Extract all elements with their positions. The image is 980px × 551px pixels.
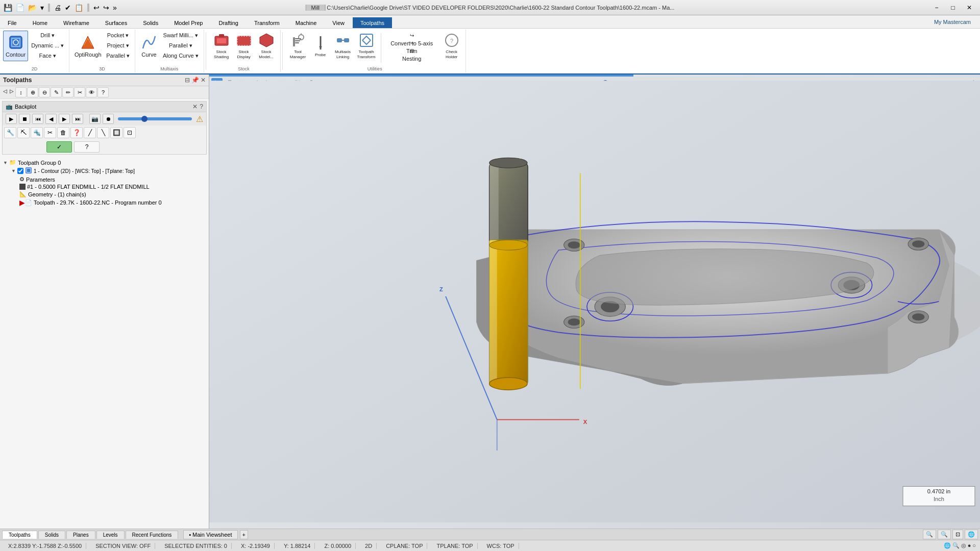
swarf-button[interactable]: Swarf Milli... ▾ xyxy=(161,31,201,40)
close-button[interactable]: ✕ xyxy=(961,2,977,13)
optiroughbutton[interactable]: OptiRough xyxy=(72,31,103,61)
tool-manager-button[interactable]: ToolManager xyxy=(287,31,309,61)
save-icon[interactable]: 💾 xyxy=(3,3,13,13)
toolpaths-pin-icon[interactable]: 📌 xyxy=(191,77,199,84)
status-icon-4[interactable]: ● xyxy=(968,542,971,549)
zoom-in-icon[interactable]: 🔍 xyxy=(923,530,936,539)
status-icon-3[interactable]: ◎ xyxy=(961,542,966,549)
nesting-button[interactable]: ⊞ Nesting xyxy=(384,47,440,54)
nav-left-icon[interactable]: ◁ xyxy=(2,87,8,97)
bp-question-button[interactable]: ? xyxy=(74,141,100,153)
pocket-button[interactable]: Pocket ▾ xyxy=(104,31,132,40)
edit2-button[interactable]: ✏ xyxy=(62,87,74,97)
open-dropdown-icon[interactable]: ▾ xyxy=(39,3,45,13)
tab-toolpaths[interactable]: Toolpaths xyxy=(353,17,392,28)
zoom-fit-icon[interactable]: ⊡ xyxy=(952,530,963,539)
tab-view[interactable]: View xyxy=(325,17,352,28)
viewsheet-add-button[interactable]: + xyxy=(240,530,248,539)
bp-confirm-button[interactable]: ✓ xyxy=(46,141,72,153)
stock-display-button[interactable]: StockDisplay xyxy=(233,31,255,61)
bp-tool2[interactable]: ⛏ xyxy=(17,127,30,138)
deselect-all-button[interactable]: ⊖ xyxy=(39,87,50,97)
tree-item-geometry[interactable]: 📐 Geometry - (1) chain(s) xyxy=(2,190,207,198)
tab-drafting[interactable]: Drafting xyxy=(211,17,246,28)
toolpaths-settings-icon[interactable]: ⊟ xyxy=(185,77,190,84)
parallel-multi-button[interactable]: Parallel ▾ xyxy=(161,41,201,51)
tree-item-toolpath[interactable]: ▶ 📄 Toolpath - 29.7K - 1600-22.NC - Prog… xyxy=(2,198,207,207)
globe-icon[interactable]: 🌐 xyxy=(965,530,978,539)
parallel-3d-button[interactable]: Parallel ▾ xyxy=(104,51,132,61)
bottom-tab-levels[interactable]: Levels xyxy=(96,531,125,539)
tree-item-root[interactable]: ▼ 📁 Toolpath Group 0 xyxy=(2,159,207,166)
scissors-button[interactable]: ✂ xyxy=(74,87,85,97)
tree-item-tool[interactable]: #1 - 0.5000 FLAT ENDMILL - 1/2 FLAT ENDM… xyxy=(2,183,207,190)
stock-shading-button[interactable]: StockShading xyxy=(211,31,232,61)
more-icon[interactable]: » xyxy=(112,3,118,13)
bp-tool4[interactable]: ✂ xyxy=(44,127,56,138)
bp-tool5[interactable]: 🗑 xyxy=(57,127,69,138)
undo-icon[interactable]: ↩ xyxy=(92,3,101,13)
status-icon-1[interactable]: 🌐 xyxy=(944,542,951,549)
tab-solids[interactable]: Solids xyxy=(135,17,166,28)
record-button[interactable]: ⏺ xyxy=(103,114,114,124)
redo-icon[interactable]: ↪ xyxy=(102,3,110,13)
check-holder-button[interactable]: ? CheckHolder xyxy=(441,31,462,61)
select-all-button[interactable]: ⊕ xyxy=(27,87,38,97)
viewport[interactable]: ▶ ⏹ ⏮ ◀ ▶ ⏭ 📷 ⏺ ⚠ xyxy=(209,74,980,529)
step-forward-button[interactable]: ▶ xyxy=(59,114,70,124)
new-icon[interactable]: 📄 xyxy=(15,3,26,13)
playback-slider[interactable] xyxy=(118,117,192,120)
view-button[interactable]: 👁 xyxy=(86,87,97,97)
bottom-tab-solids[interactable]: Solids xyxy=(38,531,65,539)
tab-file[interactable]: File xyxy=(0,17,24,28)
bp-view2[interactable]: ╲ xyxy=(97,127,109,138)
project-button[interactable]: Project ▾ xyxy=(104,41,132,51)
nav-right-icon[interactable]: ▷ xyxy=(9,87,15,97)
print-icon[interactable]: 🖨 xyxy=(53,3,62,13)
tab-surfaces[interactable]: Surfaces xyxy=(97,17,135,28)
status-icon-2[interactable]: 🔍 xyxy=(952,542,960,549)
tree-item-contour[interactable]: ▼ 1 - Contour (2D) - [WCS: Top] - [Tplan… xyxy=(2,166,207,176)
status-icon-5[interactable]: ○ xyxy=(972,542,976,549)
rewind-button[interactable]: ⏮ xyxy=(32,114,43,124)
step-back-button[interactable]: ◀ xyxy=(45,114,57,124)
bp-view3[interactable]: 🔲 xyxy=(110,127,122,138)
bp-view4[interactable]: ⊡ xyxy=(124,127,136,138)
bottom-tab-planes[interactable]: Planes xyxy=(66,531,95,539)
stop-button[interactable]: ⏹ xyxy=(19,114,30,124)
tab-home[interactable]: Home xyxy=(25,17,55,28)
warning-icon[interactable]: ⚠ xyxy=(196,114,203,124)
face-button[interactable]: Face ▾ xyxy=(29,51,66,61)
viewsheet-main-button[interactable]: ▪ Main Viewsheet xyxy=(183,530,237,539)
contour-button[interactable]: Contour xyxy=(3,31,28,61)
convert-5axis-button[interactable]: ↪ Convert to 5-axis xyxy=(384,32,440,39)
help-button[interactable]: ? xyxy=(97,87,109,97)
tree-item-parameters[interactable]: ⚙ Parameters xyxy=(2,176,207,183)
play-button[interactable]: ▶ xyxy=(6,114,17,124)
tab-wireframe[interactable]: Wireframe xyxy=(56,17,97,28)
operation-checkbox[interactable] xyxy=(17,168,23,174)
toolpaths-close-icon[interactable]: ✕ xyxy=(201,77,206,84)
toolpath-transform-button[interactable]: ToolpathTransform xyxy=(355,31,378,61)
bottom-tab-recent[interactable]: Recent Functions xyxy=(126,531,179,539)
bp-tool3[interactable]: 🔩 xyxy=(31,127,43,138)
trim-button[interactable]: ✂ Trim xyxy=(384,39,440,46)
properties-icon[interactable]: 📋 xyxy=(74,3,84,13)
backplot-help-icon[interactable]: ? xyxy=(200,103,203,110)
edit-button[interactable]: ✎ xyxy=(51,87,62,97)
expand-all-button[interactable]: ↕ xyxy=(15,87,27,97)
stock-model-button[interactable]: StockModel... xyxy=(256,31,277,61)
curve-button[interactable]: Curve xyxy=(138,31,160,61)
verify-icon[interactable]: ✔ xyxy=(64,3,72,13)
drill-button[interactable]: Drill ▾ xyxy=(29,31,66,40)
bp-view1[interactable]: ╱ xyxy=(84,127,96,138)
my-mastercam-link[interactable]: My Mastercam xyxy=(930,17,975,27)
fast-forward-button[interactable]: ⏭ xyxy=(72,114,83,124)
multiaxis-linking-button[interactable]: MultiaxisLinking xyxy=(332,31,354,61)
tab-transform[interactable]: Transform xyxy=(247,17,287,28)
probe-button[interactable]: Probe xyxy=(310,31,331,61)
dynamic-button[interactable]: Dynamic ... ▾ xyxy=(29,41,66,51)
zoom-out-icon[interactable]: 🔍 xyxy=(938,530,951,539)
maximize-button[interactable]: □ xyxy=(945,2,961,13)
along-curve-button[interactable]: Along Curve ▾ xyxy=(161,51,201,61)
